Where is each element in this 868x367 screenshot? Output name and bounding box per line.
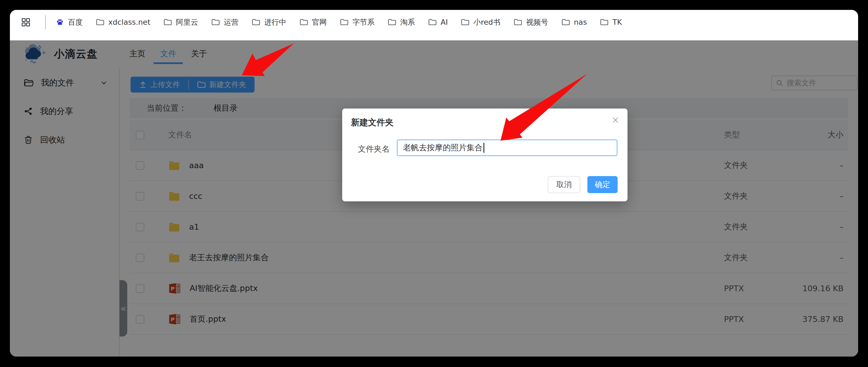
bookmark-label: 百度 (68, 17, 83, 27)
bookmark-item[interactable]: 运营 (211, 17, 239, 27)
bookmark-label: AI (441, 18, 448, 26)
apps-grid-icon[interactable] (21, 17, 31, 27)
bookmark-item[interactable]: 淘系 (388, 17, 415, 27)
text-cursor (484, 143, 484, 153)
bookmark-folder-icon (211, 19, 220, 26)
folder-name-input[interactable]: 老帆去按摩的照片集合 (397, 139, 617, 156)
bookmark-label: 运营 (224, 17, 239, 27)
bookmark-label: 淘系 (400, 17, 415, 27)
bookmarks-separator (45, 15, 46, 29)
confirm-button[interactable]: 确定 (587, 176, 618, 193)
bookmark-label: xdclass.net (108, 18, 150, 26)
cancel-button[interactable]: 取消 (548, 176, 580, 193)
new-folder-dialog: 新建文件夹 文件夹名 老帆去按摩的照片集合 取消 确定 (342, 108, 627, 201)
bookmark-folder-icon (252, 19, 260, 26)
bookmark-item[interactable]: 官网 (300, 17, 327, 27)
close-icon[interactable] (611, 115, 620, 125)
bookmark-item[interactable]: 阿里云 (163, 17, 198, 27)
bookmark-item[interactable]: 百度 (56, 17, 83, 27)
bookmark-folder-icon (600, 19, 609, 26)
bookmark-folder-icon (340, 19, 348, 26)
bookmark-item[interactable]: TK (600, 18, 622, 26)
bookmark-label: 官网 (312, 17, 327, 27)
bookmark-folder-icon (300, 19, 308, 26)
bookmark-folder-icon (428, 19, 437, 26)
bookmark-label: TK (612, 18, 622, 26)
bookmark-folder-icon (163, 19, 172, 26)
bookmark-item[interactable]: 字节系 (340, 17, 375, 27)
bookmark-folder-icon (561, 19, 570, 26)
bookmark-folder-icon (96, 19, 104, 26)
browser-window: 百度xdclass.net阿里云运营进行中官网字节系淘系AI小red书视频号na… (10, 10, 858, 357)
page-viewport: 小滴云盘 主页文件关于 我的文件我的分享回收站 上传文件 (10, 40, 858, 357)
bookmark-item[interactable]: nas (561, 18, 587, 26)
bookmark-item[interactable]: 进行中 (252, 17, 286, 27)
bookmark-item[interactable]: 小red书 (461, 17, 500, 27)
bookmark-folder-icon (388, 19, 396, 26)
bookmarks-list: 百度xdclass.net阿里云运营进行中官网字节系淘系AI小red书视频号na… (56, 17, 635, 27)
screenshot-root: { "bookmarks_bar": { "bookmarks": [ {"la… (0, 0, 868, 367)
bookmark-item[interactable]: xdclass.net (96, 18, 150, 26)
dialog-title: 新建文件夹 (351, 117, 394, 128)
bookmark-folder-icon (461, 19, 469, 26)
bookmark-label: 视频号 (526, 17, 548, 27)
baidu-icon (56, 18, 64, 26)
folder-name-input-value: 老帆去按摩的照片集合 (403, 142, 483, 153)
bookmark-label: 字节系 (352, 17, 375, 27)
bookmark-item[interactable]: 视频号 (514, 17, 548, 27)
bookmark-folder-icon (514, 19, 522, 26)
bookmarks-bar: 百度xdclass.net阿里云运营进行中官网字节系淘系AI小red书视频号na… (10, 10, 858, 40)
bookmark-label: 进行中 (264, 17, 286, 27)
bookmark-label: 小red书 (473, 17, 500, 27)
bookmark-label: nas (574, 18, 587, 26)
bookmark-item[interactable]: AI (428, 18, 448, 26)
folder-name-field-label: 文件夹名 (358, 144, 390, 155)
bookmark-label: 阿里云 (176, 17, 198, 27)
